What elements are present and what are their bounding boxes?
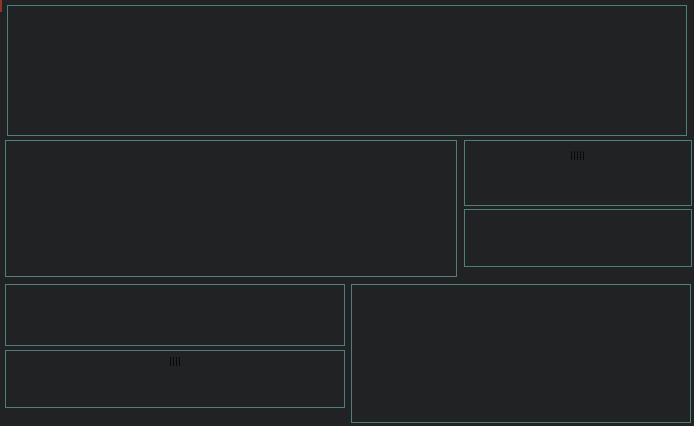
disk-usage-panel <box>5 350 345 408</box>
memory-swap-history-chart <box>6 141 456 276</box>
processes-header-row <box>352 293 690 302</box>
disk-usage-dots <box>169 357 181 366</box>
terminal-corner-mark <box>0 0 2 12</box>
memory-usage-dots <box>570 151 586 160</box>
network-history-panel <box>5 284 345 346</box>
system-monitor-screen: { "colors": { "background": "#202224", "… <box>0 0 694 426</box>
network-receiving-sparkline <box>12 314 244 329</box>
cpu-history-panel <box>7 5 687 136</box>
memory-usage-panel <box>464 140 692 206</box>
swap-usage-panel <box>464 209 692 267</box>
memory-swap-history-panel <box>5 140 457 277</box>
processes-panel <box>351 284 691 423</box>
cpu-history-chart <box>8 6 686 135</box>
